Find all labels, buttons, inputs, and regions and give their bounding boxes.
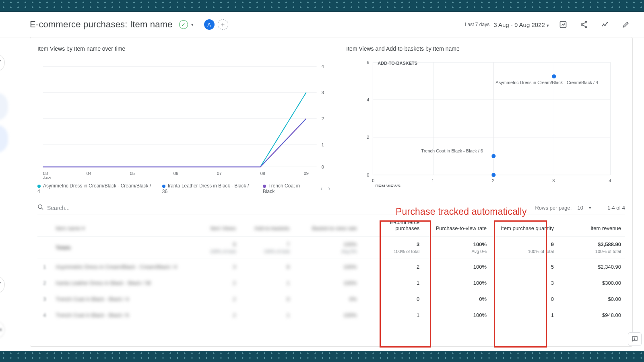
col-ecom-purchases[interactable]: E-commerce purchases bbox=[361, 214, 423, 237]
page-title: E-commerce purchases: Item name bbox=[30, 19, 173, 30]
sidebar-collapse-low[interactable]: ✕ bbox=[0, 321, 5, 339]
date-range-picker[interactable]: 3 Aug - 9 Aug 2022 ▾ bbox=[493, 21, 549, 28]
share-icon[interactable] bbox=[577, 18, 591, 31]
svg-text:2: 2 bbox=[367, 135, 369, 140]
col-basket-rate[interactable]: Basket-to-view rate bbox=[294, 214, 361, 237]
svg-text:Trench Coat in Black - Black /: Trench Coat in Black - Black / 6 bbox=[421, 148, 483, 153]
svg-text:05: 05 bbox=[130, 171, 135, 176]
svg-text:08: 08 bbox=[260, 171, 265, 176]
status-ok-icon[interactable]: ✓ bbox=[179, 20, 188, 29]
svg-text:07: 07 bbox=[217, 171, 222, 176]
svg-point-53 bbox=[634, 339, 635, 340]
col-add-to-baskets[interactable]: Add-to-baskets bbox=[240, 214, 294, 237]
svg-text:0: 0 bbox=[322, 165, 324, 169]
legend-next-icon[interactable]: › bbox=[328, 185, 330, 192]
date-range-label: Last 7 days bbox=[465, 22, 489, 27]
table-row[interactable]: 2Iranta Leather Dress in Black - Black /… bbox=[37, 275, 625, 291]
rows-per-page-select[interactable]: 10 bbox=[576, 205, 584, 211]
status-caret-icon[interactable]: ▾ bbox=[191, 22, 194, 27]
report-card: Item Views by Item name over time 4 3 2 … bbox=[30, 37, 633, 347]
segment-badge[interactable]: A bbox=[204, 19, 215, 30]
table-toolbar: Rows per page: 10 ▾ 1-4 of 4 bbox=[37, 204, 625, 212]
add-comparison-button[interactable]: ＋ bbox=[218, 19, 228, 30]
svg-text:2: 2 bbox=[322, 116, 324, 121]
svg-text:0: 0 bbox=[367, 173, 369, 177]
sidebar-collapse-mid[interactable]: ˄ bbox=[0, 276, 5, 294]
search-input[interactable] bbox=[47, 205, 168, 211]
svg-text:09: 09 bbox=[304, 171, 309, 176]
svg-text:ITEM VIEWS: ITEM VIEWS bbox=[375, 184, 401, 187]
totals-row: Totals9100% of total7100% of total100%Av… bbox=[37, 237, 625, 259]
table-row[interactable]: 1Asymmetric Dress in Cream/Black - Cream… bbox=[37, 259, 625, 275]
svg-point-49 bbox=[492, 173, 496, 177]
svg-line-51 bbox=[41, 208, 43, 210]
sidebar-blob-2 bbox=[0, 125, 8, 153]
svg-text:04: 04 bbox=[87, 171, 91, 176]
search-icon[interactable] bbox=[37, 204, 44, 212]
col-purchase-qty[interactable]: Item purchase quantity bbox=[491, 214, 558, 237]
col-item-views[interactable]: Item Views bbox=[191, 214, 240, 237]
sidebar-collapse-top[interactable]: ˄ bbox=[0, 54, 5, 72]
legend-prev-icon[interactable]: ‹ bbox=[320, 185, 322, 192]
svg-point-6 bbox=[607, 22, 608, 23]
right-chart-title: Item Views and Add-to-baskets by Item na… bbox=[346, 45, 625, 52]
svg-text:03: 03 bbox=[43, 171, 48, 176]
svg-text:Aug: Aug bbox=[43, 176, 51, 179]
svg-text:0: 0 bbox=[372, 178, 375, 183]
table-row[interactable]: 3Trench Coat in Black - Black / 4200%00%… bbox=[37, 291, 625, 307]
table-row[interactable]: 4Trench Coat in Black - Black / 621100%1… bbox=[37, 307, 625, 323]
svg-point-47 bbox=[492, 154, 496, 158]
svg-point-50 bbox=[38, 205, 42, 208]
pagination-label: 1-4 of 4 bbox=[607, 205, 625, 211]
svg-text:4: 4 bbox=[367, 97, 369, 102]
caret-down-icon[interactable]: ▾ bbox=[589, 205, 591, 210]
rows-per-page-label: Rows per page: bbox=[535, 205, 572, 211]
svg-text:ADD-TO-BASKETS: ADD-TO-BASKETS bbox=[378, 61, 418, 66]
topbar: E-commerce purchases: Item name ✓ ▾ A ＋ … bbox=[0, 12, 644, 37]
svg-text:6: 6 bbox=[367, 60, 369, 65]
left-chart-title: Item Views by Item name over time bbox=[37, 45, 330, 52]
data-table: Item name ▾ Item Views Add-to-baskets Ba… bbox=[37, 214, 625, 323]
svg-point-5 bbox=[605, 25, 605, 26]
app-frame: ˄ ˄ ✕ E-commerce purchases: Item name ✓ … bbox=[0, 12, 644, 351]
col-revenue[interactable]: Item revenue bbox=[558, 214, 625, 237]
svg-text:Asymmetric Dress in Cream/Blac: Asymmetric Dress in Cream/Black - Cream/… bbox=[496, 80, 599, 85]
sidebar-blob bbox=[0, 93, 8, 121]
line-chart: 4 3 2 1 0 03 Aug 04 05 06 07 08 09 bbox=[37, 58, 330, 179]
svg-text:4: 4 bbox=[322, 64, 324, 69]
insights-icon[interactable] bbox=[556, 18, 570, 31]
trends-icon[interactable] bbox=[598, 18, 612, 31]
scatter-chart: 6 4 2 0 0 1 2 3 4 ADD-TO-BASKETS ITEM VI… bbox=[346, 58, 625, 187]
svg-text:1: 1 bbox=[432, 178, 434, 183]
edit-icon[interactable] bbox=[619, 18, 633, 31]
col-item-name[interactable]: Item name ▾ bbox=[52, 214, 191, 237]
svg-point-45 bbox=[552, 74, 556, 78]
svg-text:06: 06 bbox=[173, 171, 178, 176]
feedback-icon[interactable] bbox=[628, 332, 642, 346]
svg-text:2: 2 bbox=[492, 178, 495, 183]
svg-text:4: 4 bbox=[609, 178, 611, 183]
line-chart-legend: Asymmetric Dress in Cream/Black - Cream/… bbox=[37, 183, 330, 194]
svg-text:3: 3 bbox=[553, 178, 555, 183]
annotation-text: Purchase tracked automatically bbox=[396, 206, 527, 217]
svg-point-4 bbox=[603, 24, 604, 25]
svg-text:3: 3 bbox=[322, 90, 324, 95]
svg-text:1: 1 bbox=[322, 142, 324, 147]
col-ptv-rate[interactable]: Purchase-to-view rate bbox=[423, 214, 491, 237]
